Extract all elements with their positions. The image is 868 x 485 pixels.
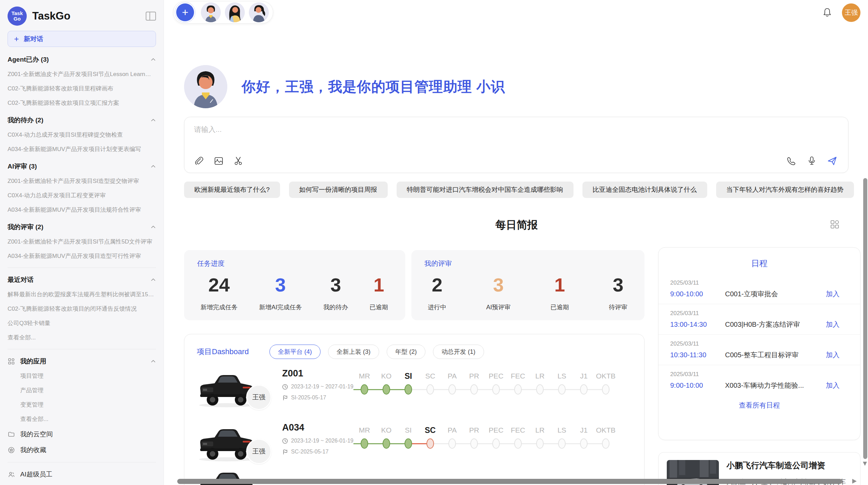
milestone-cell — [573, 436, 595, 451]
recent-chat-item[interactable]: 解释最新出台的欧盟报废车法规再生塑料比例被调至15%... — [8, 287, 156, 302]
suggestion-chip[interactable]: 比亚迪全固态电池计划具体说了什么 — [582, 182, 707, 198]
briefing-title: 每日简报 — [184, 218, 849, 232]
stat-value: 3 — [259, 274, 302, 296]
sidebar-app-item[interactable]: 项目管理 — [8, 369, 156, 383]
recent-view-all[interactable]: 查看全部... — [8, 331, 156, 345]
phone-icon[interactable] — [786, 156, 797, 166]
notification-bell-icon[interactable] — [821, 7, 833, 18]
milestone-label: J1 — [573, 424, 595, 436]
sidebar-item-cloud-space[interactable]: 我的云空间 — [8, 426, 156, 442]
apps-grid-icon — [8, 358, 15, 365]
recent-chat-item[interactable]: 公司Q3轻卡销量 — [8, 316, 156, 331]
schedule-time: 9:00-10:00 — [670, 382, 725, 389]
stat-item: 3 我的待办 — [323, 274, 348, 311]
cloud-space-label: 我的云空间 — [20, 430, 156, 439]
sidebar-task-item[interactable]: A034-全新新能源MUV产品开发项目计划变更表编写 — [8, 142, 156, 157]
card-title: 我的评审 — [424, 259, 631, 268]
filter-chip[interactable]: 动总开发 (1) — [433, 345, 484, 359]
recent-header[interactable]: 最近对话 — [8, 272, 156, 287]
schedule-item: 2025/03/11 10:30-11:30 C005-整车工程目标评审 加入 — [659, 335, 860, 365]
greeting-block: 你好，王强，我是你的项目管理助理 小识 — [184, 65, 505, 108]
add-session-button[interactable]: + — [176, 3, 194, 21]
send-icon[interactable] — [827, 156, 838, 166]
filter-chip[interactable]: 全新平台 (4) — [269, 345, 321, 359]
suggestion-chips: 欧洲新规最近颁布了什么?如何写一份清晰的项目周报特朗普可能对进口汽车增税会对中国… — [184, 182, 849, 198]
input-tools — [193, 156, 244, 166]
group-header[interactable]: 我的待办 (2) — [8, 112, 156, 128]
filter-chip[interactable]: 全新上装 (3) — [328, 345, 379, 359]
recent-chat-item[interactable]: C02-飞腾新能源轻客改款项目的闭环通告反馈情况 — [8, 302, 156, 316]
group-label: Agent已办 (3) — [8, 55, 150, 64]
scroll-right-arrow[interactable] — [852, 479, 857, 484]
schedule-item: 2025/03/11 9:00-10:00 X003-车辆动力学性能验... 加… — [659, 365, 860, 395]
milestone-dot — [383, 438, 390, 449]
filter-chip[interactable]: 年型 (2) — [387, 345, 425, 359]
milestone-dot — [448, 438, 456, 449]
stat-label: 新增AI完成任务 — [259, 303, 302, 311]
top-right-actions: 王强 — [821, 3, 860, 22]
chat-input[interactable] — [194, 125, 839, 149]
group-label: AI评审 (3) — [8, 162, 150, 171]
apps-view-all[interactable]: 查看全部... — [8, 412, 156, 426]
attachment-icon[interactable] — [193, 156, 204, 166]
apps-header[interactable]: 我的应用 — [8, 353, 156, 369]
stat-value: 2 — [428, 274, 446, 296]
sidebar-app-item[interactable]: 产品管理 — [8, 383, 156, 398]
join-link[interactable]: 加入 — [826, 289, 840, 299]
horizontal-scrollbar[interactable] — [177, 479, 842, 484]
stat-item: 1 已逾期 — [551, 274, 569, 311]
sidebar-collapse-icon[interactable] — [146, 12, 156, 21]
microphone-icon[interactable] — [806, 156, 817, 166]
schedule-event-title: C005-整车工程目标评审 — [725, 350, 820, 360]
sidebar-task-item[interactable]: Z001-全新燃油轻卡产品开发项目SI节点属性5D文件评审 — [8, 235, 156, 249]
milestone-cell — [419, 436, 441, 451]
sidebar-task-item[interactable]: C02-飞腾新能源轻客改款项目立项汇报方案 — [8, 96, 156, 110]
join-link[interactable]: 加入 — [826, 350, 840, 360]
join-link[interactable]: 加入 — [826, 381, 840, 390]
sidebar-app-item[interactable]: 变更管理 — [8, 398, 156, 412]
schedule-title: 日程 — [659, 258, 860, 269]
schedule-view-all[interactable]: 查看所有日程 — [659, 401, 860, 410]
stat-label: 新增完成任务 — [201, 303, 238, 311]
user-avatar[interactable]: 王强 — [842, 3, 860, 22]
project-dates: 2023-12-19 ~ 2026-01-19 — [282, 438, 364, 444]
sidebar-task-item[interactable]: A034-全新新能源MUV产品开发项目造型可行性评审 — [8, 249, 156, 263]
scissors-icon[interactable] — [233, 156, 244, 166]
divider — [8, 349, 156, 349]
milestone-labels: MRKOSISCPAPRPECFECLRLSJ1OKTB — [353, 424, 617, 436]
sidebar-task-item[interactable]: C0X4-动力总成开发项目工程变更评审 — [8, 188, 156, 203]
sidebar-task-item[interactable]: C0X4-动力总成开发项目SI里程碑提交物检查 — [8, 128, 156, 142]
new-chat-button[interactable]: + 新对话 — [8, 31, 156, 47]
group-label: 我的待办 (2) — [8, 116, 150, 125]
scroll-down-arrow[interactable] — [863, 462, 867, 466]
suggestion-chip[interactable]: 当下年轻人对汽车外观有怎样的喜好趋势 — [716, 182, 854, 198]
group-header[interactable]: AI评审 (3) — [8, 159, 156, 174]
suggestion-chip[interactable]: 如何写一份清晰的项目周报 — [289, 182, 388, 198]
stat-label: 已逾期 — [551, 303, 569, 311]
sidebar-task-item[interactable]: Z001-全新燃油轻卡产品开发项目SI造型提交物评审 — [8, 174, 156, 188]
agent-avatar-2[interactable] — [225, 2, 245, 22]
group-header[interactable]: 我的评审 (2) — [8, 219, 156, 235]
agent-avatar-1[interactable] — [201, 2, 221, 22]
agent-avatar-3[interactable] — [249, 2, 269, 22]
session-switcher: + — [173, 1, 273, 24]
group-header[interactable]: Agent已办 (3) — [8, 52, 156, 67]
briefing-layout-icon[interactable] — [830, 219, 840, 229]
stat-item: 24 新增完成任务 — [201, 274, 238, 311]
schedule-time: 13:00-14:30 — [670, 321, 725, 328]
image-icon[interactable] — [213, 156, 224, 166]
sidebar-item-write[interactable]: 帮我写作 — [8, 482, 156, 485]
suggestion-chip[interactable]: 欧洲新规最近颁布了什么? — [184, 182, 280, 198]
sidebar-item-favorites[interactable]: 我的收藏 — [8, 442, 156, 458]
vertical-scrollbar[interactable] — [863, 178, 867, 459]
sidebar-task-item[interactable]: C02-飞腾新能源轻客改款项目里程碑画布 — [8, 82, 156, 96]
milestone-dot — [405, 438, 412, 449]
sidebar-task-item[interactable]: Z001-全新燃油皮卡产品开发项目SI节点Lesson Learn报告 — [8, 67, 156, 82]
suggestion-chip[interactable]: 特朗普可能对进口汽车增税会对中国车企造成哪些影响 — [397, 182, 574, 198]
sidebar-task-item[interactable]: A034-全新新能源MUV产品开发项目法规符合性评审 — [8, 203, 156, 217]
chevron-up-icon — [150, 277, 156, 283]
group-label: 我的评审 (2) — [8, 223, 150, 232]
milestone-timeline: MRKOSISCPAPRPECFECLRLSJ1OKTB — [353, 424, 617, 451]
sidebar-item-ai-staff[interactable]: AI超级员工 — [8, 467, 156, 482]
join-link[interactable]: 加入 — [826, 320, 840, 329]
